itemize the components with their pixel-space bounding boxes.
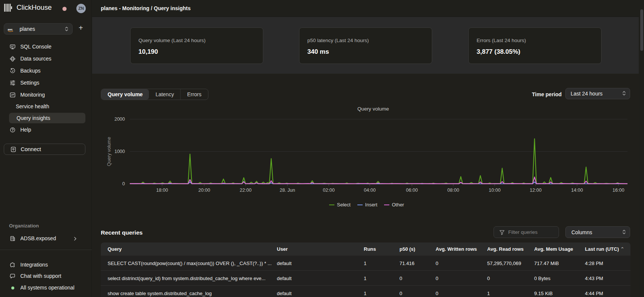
svg-text:20:00: 20:00 (198, 188, 210, 193)
svg-text:14:00: 14:00 (571, 188, 583, 193)
svg-text:04:00: 04:00 (364, 188, 375, 193)
svg-text:0: 0 (122, 181, 125, 186)
svg-text:1000: 1000 (114, 149, 125, 154)
svg-text:2000: 2000 (114, 117, 125, 122)
svg-text:18:00: 18:00 (156, 188, 168, 193)
svg-text:aws: aws (8, 28, 13, 31)
svg-text:12:00: 12:00 (530, 188, 541, 193)
svg-text:10:00: 10:00 (489, 188, 500, 193)
svg-text:02:00: 02:00 (323, 188, 334, 193)
svg-text:08:00: 08:00 (447, 188, 459, 193)
svg-text:22:00: 22:00 (240, 188, 251, 193)
svg-text:28. Jun: 28. Jun (279, 188, 295, 193)
svg-text:Query volume: Query volume (106, 137, 112, 166)
svg-text:16:00: 16:00 (612, 188, 624, 193)
svg-text:Query volume: Query volume (357, 106, 389, 112)
svg-text:06:00: 06:00 (406, 188, 418, 193)
